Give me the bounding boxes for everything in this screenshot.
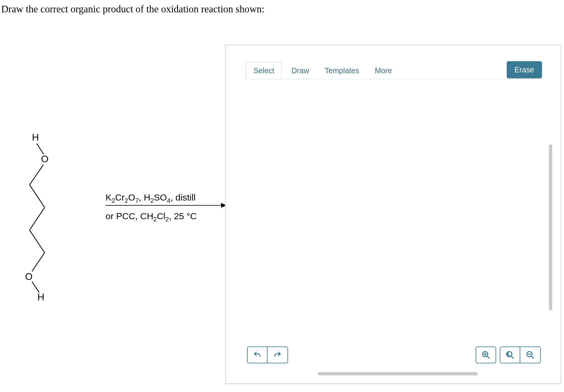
zoom-in-icon [481, 350, 490, 359]
horizontal-scrollbar[interactable] [318, 372, 478, 375]
reaction-arrow [106, 205, 226, 206]
zoom-reset-icon [505, 350, 515, 359]
toolbar-divider [246, 79, 541, 79]
svg-text:H: H [37, 292, 44, 302]
undo-icon [253, 351, 261, 359]
svg-text:O: O [41, 153, 49, 164]
tab-templates[interactable]: Templates [318, 62, 366, 79]
redo-button[interactable] [268, 346, 288, 363]
undo-redo-group [247, 346, 288, 363]
tab-more[interactable]: More [368, 62, 399, 79]
editor-toolbar: Select Draw Templates More [246, 62, 399, 79]
zoom-in-button[interactable] [476, 346, 496, 363]
svg-text:O: O [25, 271, 33, 282]
svg-line-9 [32, 282, 39, 292]
redo-icon [273, 351, 282, 359]
svg-line-5 [30, 207, 45, 230]
tab-select[interactable]: Select [246, 62, 282, 79]
zoom-out-icon [526, 350, 535, 359]
erase-button[interactable]: Erase [507, 61, 542, 78]
svg-line-7 [32, 253, 45, 271]
drawing-editor-panel: Select Draw Templates More Erase [225, 45, 562, 384]
vertical-scrollbar[interactable] [549, 144, 552, 310]
zoom-controls [476, 346, 541, 363]
svg-line-3 [30, 165, 43, 185]
svg-line-1 [37, 144, 44, 154]
drawing-canvas[interactable] [246, 80, 542, 365]
reagent-line-1: K2Cr2O7, H2SO4, distill [106, 192, 196, 204]
question-prompt: Draw the correct organic product of the … [1, 4, 265, 15]
reagent-line-2: or PCC, CH2Cl2, 25 °C [106, 211, 197, 223]
svg-text:H: H [32, 132, 39, 143]
svg-line-4 [30, 185, 45, 207]
starting-material-structure: H O O H [21, 126, 75, 304]
svg-line-12 [487, 356, 490, 359]
undo-button[interactable] [247, 346, 268, 363]
zoom-out-button[interactable] [520, 346, 541, 363]
svg-line-17 [531, 356, 534, 359]
tab-draw[interactable]: Draw [284, 62, 316, 79]
zoom-reset-button[interactable] [500, 346, 520, 363]
reaction-scheme: H O O H K2Cr2O7, H2SO4, distill or PCC, … [21, 135, 226, 316]
svg-line-6 [30, 230, 45, 253]
